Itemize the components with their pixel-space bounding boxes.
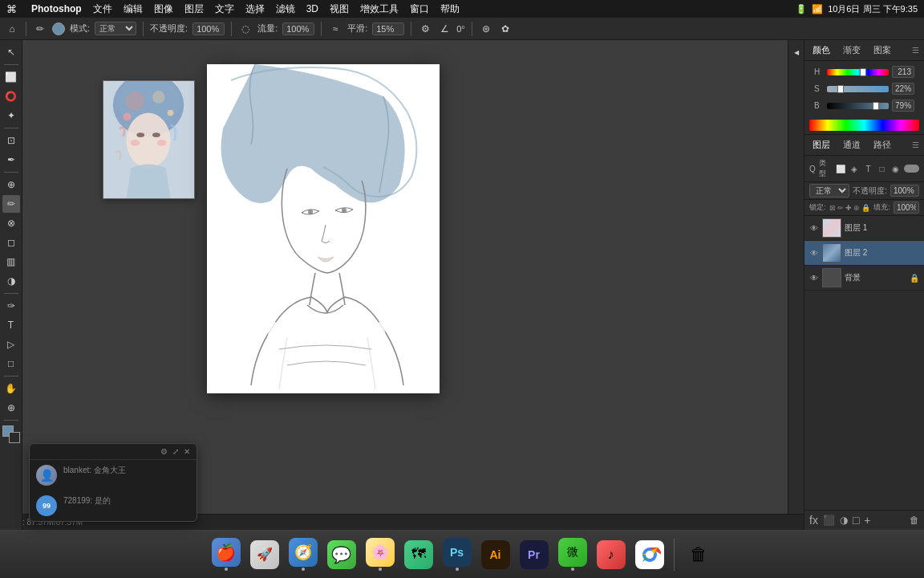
flow-input[interactable]: 100% — [282, 22, 314, 35]
background-color[interactable] — [9, 432, 20, 443]
bright-thumb[interactable] — [873, 102, 879, 110]
filter-pixel-icon[interactable]: ⬜ — [836, 163, 846, 174]
layer-item-bg[interactable]: 👁 背景 🔒 — [804, 266, 924, 291]
right-edge-panel[interactable]: ◀ — [788, 40, 804, 530]
fill-field[interactable]: 100% — [894, 201, 919, 214]
main-canvas[interactable] — [207, 64, 440, 393]
dock-launchpad[interactable]: 🚀 — [247, 537, 282, 572]
dodge-btn[interactable]: ◑ — [2, 272, 20, 290]
dock-photos[interactable]: 🌸 — [363, 537, 398, 572]
tab-pattern[interactable]: 图案 — [870, 43, 894, 58]
tab-channels[interactable]: 通道 — [840, 137, 864, 153]
menu-file[interactable]: 文件 — [93, 2, 112, 16]
settings-icon[interactable]: ⚙ — [418, 22, 432, 36]
layers-panel-menu[interactable]: ☰ — [912, 140, 919, 149]
home-button[interactable]: ⌂ — [5, 22, 19, 36]
layer-adjust-icon[interactable]: ◑ — [840, 515, 848, 526]
dock-finder[interactable]: 🍎 — [209, 537, 244, 572]
layer-2-visibility[interactable]: 👁 — [809, 248, 819, 258]
lock-pixels-icon[interactable]: ✏ — [837, 204, 844, 212]
dock-trash[interactable]: 🗑 — [681, 537, 716, 572]
brush-tool-btn[interactable]: ✏ — [2, 195, 20, 213]
brush-icon[interactable]: ✏ — [33, 22, 47, 36]
dock-messages[interactable]: 💬 — [324, 537, 359, 572]
hue-thumb[interactable] — [860, 68, 866, 76]
blend-mode-select[interactable]: 正常 — [95, 22, 136, 35]
filter-shape-icon[interactable]: □ — [877, 163, 887, 174]
layer-group-icon[interactable]: □ — [853, 514, 859, 527]
reference-image[interactable] — [103, 80, 195, 199]
layer-new-icon[interactable]: + — [864, 514, 870, 527]
magic-wand-btn[interactable]: ✦ — [2, 107, 20, 124]
path-select-btn[interactable]: ▷ — [2, 336, 20, 353]
app-name[interactable]: Photoshop — [31, 3, 82, 14]
menu-text[interactable]: 文字 — [215, 2, 234, 16]
h-value[interactable]: 213 — [892, 66, 914, 78]
crop-tool-btn[interactable]: ⊡ — [2, 132, 20, 149]
gradient-btn[interactable]: ▥ — [2, 253, 20, 271]
lock-position-icon[interactable]: ✚ — [845, 204, 852, 212]
smooth-input[interactable]: 15% — [372, 22, 404, 35]
filter-toggle[interactable] — [904, 165, 919, 173]
eraser-btn[interactable]: ◻ — [2, 234, 20, 251]
brush-color[interactable] — [52, 22, 65, 35]
marquee-tool-btn[interactable]: ⬜ — [2, 68, 20, 86]
tab-color[interactable]: 颜色 — [809, 43, 833, 58]
heal-tool-btn[interactable]: ⊕ — [2, 176, 20, 193]
menu-layer[interactable]: 图层 — [184, 2, 204, 16]
hue-slider[interactable] — [827, 69, 889, 75]
sat-thumb[interactable] — [837, 85, 844, 93]
hand-tool-btn[interactable]: ✋ — [2, 380, 20, 397]
color-panel-menu[interactable]: ☰ — [912, 46, 919, 55]
tab-layers[interactable]: 图层 — [809, 137, 833, 153]
move-tool-btn[interactable]: ↖ — [2, 43, 20, 61]
zoom-tool-btn[interactable]: ⊕ — [2, 399, 20, 417]
layer-bg-visibility[interactable]: 👁 — [809, 273, 819, 283]
menu-help[interactable]: 帮助 — [440, 2, 460, 16]
layer-1-visibility[interactable]: 👁 — [809, 223, 819, 233]
menu-select[interactable]: 选择 — [245, 2, 265, 16]
symmetry-icon[interactable]: ⊛ — [479, 22, 493, 36]
collapse-right-btn[interactable]: ◀ — [790, 43, 803, 61]
tab-paths[interactable]: 路径 — [870, 137, 894, 153]
tab-gradient[interactable]: 渐变 — [840, 43, 864, 58]
menu-image[interactable]: 图像 — [154, 2, 173, 16]
layer-delete-icon[interactable]: 🗑 — [910, 515, 919, 526]
dock-qq-music[interactable]: ♪ — [594, 537, 629, 572]
clone-stamp-btn[interactable]: ⊗ — [2, 214, 20, 232]
lock-all-icon[interactable]: 🔒 — [861, 204, 870, 212]
filter-smart-icon[interactable]: ◉ — [890, 163, 901, 174]
dock-maps[interactable]: 🗺 — [401, 537, 436, 572]
opacity-field[interactable]: 100% — [890, 185, 919, 197]
lock-artboard-icon[interactable]: ⊕ — [853, 204, 860, 212]
lock-transparent-icon[interactable]: ⊠ — [829, 204, 836, 212]
lasso-tool-btn[interactable]: ⭕ — [2, 88, 20, 105]
color-spectrum[interactable] — [809, 120, 919, 131]
eyedropper-btn[interactable]: ✒ — [2, 151, 20, 169]
menu-edit[interactable]: 编辑 — [124, 2, 143, 16]
filter-adjust-icon[interactable]: ◈ — [849, 163, 860, 174]
apple-menu[interactable]: ⌘ — [6, 3, 17, 15]
layer-mask-icon[interactable]: ⬛ — [823, 515, 835, 526]
chat-close-icon[interactable]: ✕ — [184, 447, 190, 456]
layer-item-2[interactable]: 👁 图层 2 — [804, 241, 924, 266]
menu-filter[interactable]: 滤镜 — [276, 2, 295, 16]
pressure-icon[interactable]: ✿ — [498, 22, 513, 36]
layer-fx-icon[interactable]: fx — [809, 514, 818, 527]
layer-item-1[interactable]: 👁 图层 1 — [804, 216, 924, 241]
bright-slider[interactable] — [827, 103, 889, 109]
dock-wechat[interactable]: 微 — [555, 537, 590, 572]
angle-icon[interactable]: ∠ — [437, 22, 452, 36]
dock-safari[interactable]: 🧭 — [286, 537, 321, 572]
menu-plugins[interactable]: 增效工具 — [360, 2, 399, 16]
layers-blend-select[interactable]: 正常 — [809, 184, 849, 197]
shape-tool-btn[interactable]: □ — [2, 355, 20, 372]
chat-expand-icon[interactable]: ⤢ — [172, 447, 179, 456]
dock-photoshop[interactable]: Ps — [440, 537, 475, 572]
dock-premiere[interactable]: Pr — [517, 537, 552, 572]
filter-text-icon[interactable]: T — [863, 163, 873, 174]
menu-view[interactable]: 视图 — [330, 2, 349, 16]
pen-tool-btn[interactable]: ✑ — [2, 297, 20, 315]
menu-window[interactable]: 窗口 — [410, 2, 429, 16]
menu-3d[interactable]: 3D — [306, 3, 318, 14]
